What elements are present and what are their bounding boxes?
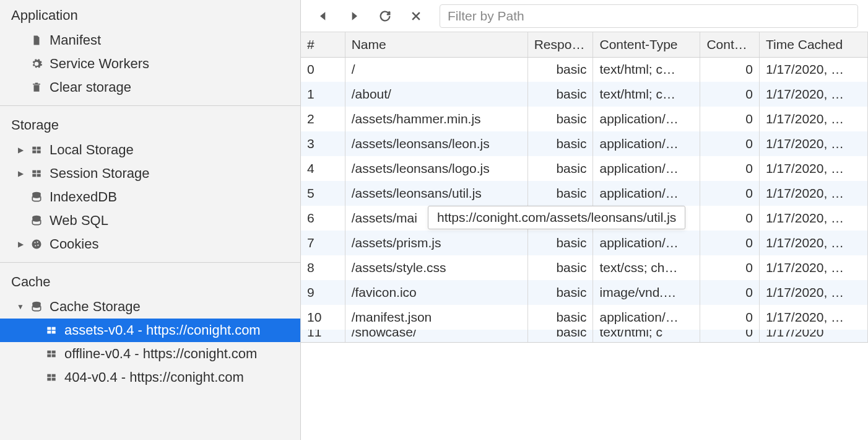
database-icon	[30, 214, 43, 227]
cell-index: 2	[301, 107, 345, 131]
refresh-button[interactable]	[378, 9, 393, 24]
svg-rect-25	[52, 374, 56, 377]
sidebar-item-cookies[interactable]: ▶ Cookies	[0, 232, 300, 256]
col-header-time-cached[interactable]: Time Cached	[760, 32, 868, 57]
sidebar-item-label: Web SQL	[50, 213, 108, 229]
cell-time-cached: 1/17/2020, …	[760, 255, 868, 280]
col-header-content-type[interactable]: Content-Type	[593, 32, 700, 57]
cell-index: 4	[301, 156, 345, 181]
cell-index: 6	[301, 206, 345, 231]
col-header-index[interactable]: #	[301, 32, 345, 57]
svg-rect-2	[32, 151, 36, 154]
cell-response: basic	[527, 82, 593, 107]
svg-rect-23	[52, 354, 56, 358]
svg-point-14	[37, 245, 38, 246]
sidebar-item-cache-storage[interactable]: ▼ Cache Storage	[0, 295, 300, 319]
cell-content-length: 0	[700, 305, 760, 330]
cell-response: basic	[527, 131, 593, 156]
sidebar-item-websql[interactable]: ▶ Web SQL	[0, 209, 300, 232]
delete-button[interactable]	[409, 9, 423, 24]
table-header-row: # Name Respo… Content-Type Cont… Time Ca…	[301, 32, 868, 57]
svg-rect-22	[47, 354, 51, 358]
sidebar-item-label: Clear storage	[50, 79, 131, 95]
cell-response: basic	[527, 156, 593, 181]
trash-icon	[30, 81, 43, 94]
sidebar-item-cache-entry[interactable]: 404-v0.4 - https://conight.com	[0, 366, 300, 389]
gear-icon	[30, 57, 43, 71]
cell-name: /about/	[345, 82, 527, 107]
table-row[interactable]: 1/about/basictext/html; c…01/17/2020, …	[301, 82, 868, 107]
cell-content-type: text/html; c…	[593, 82, 700, 107]
table-row[interactable]: 11/showcase/basictext/html; c01/17/2020	[301, 330, 868, 342]
table-row[interactable]: 0/basictext/html; c…01/17/2020, …	[301, 57, 868, 82]
nav-back-button[interactable]	[316, 9, 331, 24]
cell-time-cached: 1/17/2020, …	[760, 305, 868, 330]
svg-rect-3	[37, 151, 41, 154]
cell-time-cached: 1/17/2020, …	[760, 156, 868, 181]
svg-rect-16	[47, 327, 51, 330]
cell-response: basic	[527, 107, 593, 131]
table-icon	[45, 323, 58, 337]
table-row[interactable]: 8/assets/style.cssbasictext/css; ch…01/1…	[301, 255, 868, 280]
svg-rect-19	[52, 331, 56, 334]
sidebar-item-manifest[interactable]: Manifest	[0, 29, 300, 52]
col-header-response[interactable]: Respo…	[527, 32, 593, 57]
table-row[interactable]: 3/assets/leonsans/leon.jsbasicapplicatio…	[301, 131, 868, 156]
sidebar-item-label: Session Storage	[50, 165, 149, 182]
cell-name: /assets/style.css	[345, 255, 527, 280]
cell-content-length: 0	[700, 82, 760, 107]
table-row[interactable]: 10/manifest.jsonbasicapplication/…01/17/…	[301, 305, 868, 330]
svg-point-12	[37, 242, 38, 243]
svg-point-13	[35, 245, 36, 246]
cell-name: /assets/leonsans/leon.js	[345, 131, 527, 156]
sidebar-item-cache-entry[interactable]: offline-v0.4 - https://conight.com	[0, 342, 300, 366]
cell-content-length: 0	[700, 255, 760, 280]
sidebar-item-indexeddb[interactable]: ▶ IndexedDB	[0, 185, 300, 209]
svg-rect-6	[32, 174, 36, 177]
cell-index: 8	[301, 255, 345, 280]
nav-forward-button[interactable]	[347, 9, 362, 24]
sidebar-item-session-storage[interactable]: ▶ Session Storage	[0, 162, 300, 185]
sidebar-item-cache-entry[interactable]: assets-v0.4 - https://conight.com	[0, 319, 300, 342]
svg-rect-0	[32, 147, 36, 150]
sidebar-item-local-storage[interactable]: ▶ Local Storage	[0, 138, 300, 162]
cell-name: /assets/leonsans/util.js	[345, 181, 527, 206]
table-row[interactable]: 2/assets/hammer.min.jsbasicapplication/……	[301, 107, 868, 131]
database-icon	[30, 190, 43, 204]
cell-content-length: 0	[700, 206, 760, 231]
svg-point-11	[34, 242, 35, 243]
collapse-icon[interactable]: ▼	[17, 302, 24, 311]
cell-content-type: application/…	[593, 131, 700, 156]
sidebar-item-label: assets-v0.4 - https://conight.com	[64, 322, 261, 338]
expand-icon[interactable]: ▶	[17, 240, 24, 249]
cell-name: /assets/leonsans/logo.js	[345, 156, 527, 181]
cell-time-cached: 1/17/2020	[760, 330, 868, 342]
svg-rect-5	[37, 170, 41, 174]
filter-input[interactable]	[440, 4, 858, 28]
svg-rect-26	[47, 378, 51, 381]
table-row[interactable]: 5/assets/leonsans/util.jsbasicapplicatio…	[301, 181, 868, 206]
col-header-name[interactable]: Name	[345, 32, 527, 57]
cell-content-length: 0	[700, 107, 760, 131]
expand-icon[interactable]: ▶	[17, 146, 24, 154]
sidebar-item-service-workers[interactable]: Service Workers	[0, 52, 300, 76]
cell-name: /assets/prism.js	[345, 231, 527, 255]
cell-name: /manifest.json	[345, 305, 527, 330]
section-title-storage: Storage	[0, 110, 300, 138]
cell-index: 0	[301, 57, 345, 82]
toolbar	[301, 0, 868, 32]
database-icon	[30, 300, 43, 314]
svg-rect-7	[37, 174, 41, 177]
cell-index: 11	[301, 330, 345, 342]
table-row[interactable]: 7/assets/prism.jsbasicapplication/…01/17…	[301, 231, 868, 255]
cell-time-cached: 1/17/2020, …	[760, 231, 868, 255]
sidebar-item-clear-storage[interactable]: Clear storage	[0, 76, 300, 99]
sidebar-item-label: Local Storage	[50, 142, 134, 158]
table-row[interactable]: 4/assets/leonsans/logo.jsbasicapplicatio…	[301, 156, 868, 181]
cell-content-length: 0	[700, 231, 760, 255]
cell-response: basic	[527, 330, 593, 342]
expand-icon[interactable]: ▶	[17, 169, 24, 178]
cell-name: /	[345, 57, 527, 82]
col-header-content-length[interactable]: Cont…	[700, 32, 760, 57]
table-row[interactable]: 9/favicon.icobasicimage/vnd.…01/17/2020,…	[301, 280, 868, 305]
